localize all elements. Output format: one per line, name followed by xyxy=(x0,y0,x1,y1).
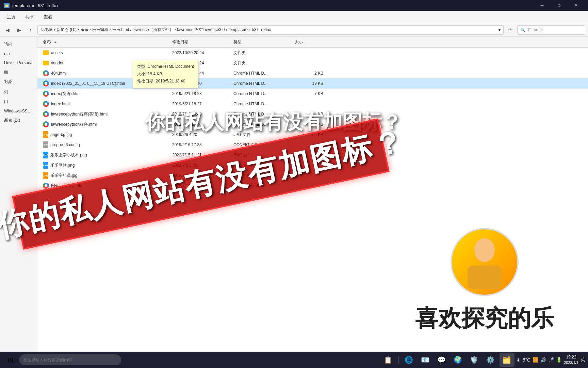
tooltip-date-value: 2019/5/21 18:40 xyxy=(156,79,185,83)
file-row-7[interactable]: lawrencepython程序.html 2022/7/11 13:40 Ch… xyxy=(37,119,588,129)
file-row-6[interactable]: lawrencepython程序(英语).html 2022/7/11 18:4… xyxy=(37,109,588,119)
file-type: Chrome HTML D... xyxy=(231,71,292,76)
file-date: 2022/7/11 13:40 xyxy=(169,122,231,127)
file-row-8[interactable]: JPG page-bg.jpg 2019/2/6 4:20 JPG 文件 56 … xyxy=(37,129,588,140)
sidebar-drive-persona[interactable]: Drive - Persona xyxy=(0,58,37,67)
file-row-5[interactable]: index.html 2019/5/21 18:27 Chrome HTML D… xyxy=(37,99,588,109)
tray-network[interactable]: 🌡 xyxy=(516,357,521,363)
tray-battery[interactable]: 🔋 xyxy=(556,357,562,363)
file-name: 乐乐上学小版本.png xyxy=(50,152,87,158)
menu-view[interactable]: 查看 xyxy=(39,13,56,21)
file-row-12[interactable]: JPG 乐乐宇航员.jpg 2018/7/31 12:23 JPG 文件 xyxy=(37,170,588,181)
tray-date-value: 2023/1/1 xyxy=(564,360,578,365)
tray-volume[interactable]: 🔊 xyxy=(540,357,546,363)
taskbar-chrome[interactable]: 🌍 xyxy=(451,353,466,367)
nav-back[interactable]: ◀ xyxy=(3,25,12,35)
menu-share[interactable]: 共享 xyxy=(21,13,38,21)
tray-temp: 6°C xyxy=(523,357,531,363)
svg-rect-1 xyxy=(468,265,502,289)
path-dropdown[interactable]: ▾ xyxy=(499,28,501,32)
taskbar-security[interactable]: 🛡️ xyxy=(467,353,482,367)
file-size: 7 KB xyxy=(292,91,326,96)
file-date: 2019/2/6 4:20 xyxy=(169,132,231,137)
sidebar-item-1[interactable]: nta xyxy=(0,49,37,58)
tray-time-value: 19:22 xyxy=(564,354,578,360)
file-row-4[interactable]: index(英语).html 2019/5/21 18:28 Chrome HT… xyxy=(37,89,588,99)
file-row-0[interactable]: assets 2022/10/20 20:24 文件夹 xyxy=(37,48,588,58)
taskbar-wechat[interactable]: 💬 xyxy=(434,353,449,367)
col-name[interactable]: 名称 ▲ xyxy=(40,39,169,45)
file-name: 乐乐宇航员.jpg xyxy=(50,173,77,179)
search-box[interactable]: 🔍 在 templ xyxy=(517,25,585,35)
file-row-9[interactable]: CFG prepros-6.config 2019/2/16 17:38 CON… xyxy=(37,140,588,150)
path-text: 此电脑 › 新加卷 (D:) › 乐乐 › 乐乐编程 › 乐乐.html › l… xyxy=(40,27,271,33)
chrome-icon xyxy=(43,70,49,76)
address-path[interactable]: 此电脑 › 新加卷 (D:) › 乐乐 › 乐乐编程 › 乐乐.html › l… xyxy=(37,25,504,35)
taskbar-search-area xyxy=(19,354,379,365)
nav-forward[interactable]: ▶ xyxy=(14,25,24,35)
menu-home[interactable]: 主页 xyxy=(3,13,20,21)
title-bar: 📁 templatemo_531_reflux ─ □ ✕ xyxy=(0,0,588,11)
tray-language[interactable]: 英 xyxy=(581,357,585,363)
file-name: index (2022_01_01 0__15_18 UTC).html xyxy=(51,81,125,86)
sidebar-d-drive[interactable]: 新卷 (D:) xyxy=(0,116,37,125)
refresh-button[interactable]: ⟳ xyxy=(506,25,515,35)
chrome-icon xyxy=(43,111,49,117)
file-row-3[interactable]: index (2022_01_01 0__15_18 UTC).html 201… xyxy=(37,78,588,89)
folder-icon xyxy=(43,61,49,65)
file-type: Chrome HTML D... xyxy=(231,102,292,106)
taskbar-task-view[interactable]: 📋 xyxy=(381,353,396,367)
tray-mic[interactable]: 🎤 xyxy=(548,357,554,363)
chrome-icon xyxy=(43,101,49,107)
file-type: Chrome HTML D... xyxy=(231,91,292,96)
file-type: Chrome HTML D... xyxy=(231,122,292,127)
chrome-icon xyxy=(43,80,49,87)
file-tooltip: 类型: Chrome HTML Document 大小: 18.4 KB 修改日… xyxy=(133,60,198,88)
sidebar-item-0[interactable]: 访问 xyxy=(0,40,37,49)
tray-clock[interactable]: 19:22 2023/1/1 xyxy=(564,354,578,365)
taskbar-start[interactable]: ⊞ xyxy=(3,353,18,367)
minimize-button[interactable]: ─ xyxy=(534,0,550,11)
tooltip-type-label: 类型: xyxy=(137,64,146,69)
file-date: 2022/7/15 11:21 xyxy=(169,153,231,157)
png-icon: PNG xyxy=(43,162,48,169)
png-icon: PNG xyxy=(43,152,48,158)
col-date[interactable]: 修改日期 xyxy=(169,39,231,45)
maximize-button[interactable]: □ xyxy=(551,0,567,11)
search-placeholder: 在 templ xyxy=(527,27,543,33)
file-date: 2019/5/21 18:27 xyxy=(169,102,231,106)
file-row-2[interactable]: 404.html 2022/12/27 17:44 Chrome HTML D.… xyxy=(37,68,588,78)
col-type[interactable]: 类型 xyxy=(231,39,292,45)
tray-wifi[interactable]: 📶 xyxy=(533,357,538,363)
sidebar-item-3[interactable]: 面 xyxy=(0,67,37,77)
sidebar-item-4[interactable]: 对象 xyxy=(0,77,37,87)
avatar-section: 喜欢探究的乐 xyxy=(415,228,554,334)
file-name: vendor xyxy=(51,61,64,65)
sidebar-item-6[interactable]: 门 xyxy=(0,97,37,107)
taskbar-file-explorer[interactable]: 🗂️ xyxy=(500,353,514,367)
jpg-icon: JPG xyxy=(43,131,48,138)
taskbar-settings[interactable]: ⚙️ xyxy=(483,353,498,367)
file-row-10[interactable]: PNG 乐乐上学小版本.png 2022/7/15 11:21 PNG 文件 xyxy=(37,150,588,160)
taskbar-edge[interactable]: 🌐 xyxy=(402,353,416,367)
col-size[interactable]: 大小 xyxy=(292,39,326,45)
taskbar-search-input[interactable] xyxy=(19,354,121,365)
taskbar-mail[interactable]: 📧 xyxy=(418,353,433,367)
file-row-11[interactable]: PNG 乐乐网站.png 2022/7/2 9:32 PNG 文件 xyxy=(37,160,588,170)
file-date: 2022/7/11 10:32 xyxy=(169,183,231,188)
file-date: 2022/10/20 20:24 xyxy=(169,50,231,55)
sidebar-item-5[interactable]: 列 xyxy=(0,87,37,97)
chrome-icon xyxy=(43,91,49,97)
svg-point-2 xyxy=(475,239,494,259)
file-row-13[interactable]: 网站无法访问.html 2022/7/11 10:32 Chrome HTML … xyxy=(37,181,588,191)
file-name: 乐乐网站.png xyxy=(50,163,75,168)
file-type: CONFIG 文件 xyxy=(231,142,292,148)
file-name: index(英语).html xyxy=(51,91,81,97)
file-date: 2022/7/11 18:43 xyxy=(169,112,231,117)
file-row-1[interactable]: vendor 2022/10/20 20:24 文件夹 xyxy=(37,58,588,68)
close-button[interactable]: ✕ xyxy=(568,0,584,11)
sidebar-c-drive[interactable]: Windows-SSD (C:) xyxy=(0,107,37,116)
search-icon: 🔍 xyxy=(520,28,525,32)
file-type: PNG 文件 xyxy=(231,152,292,158)
nav-up[interactable]: ↑ xyxy=(26,25,35,35)
